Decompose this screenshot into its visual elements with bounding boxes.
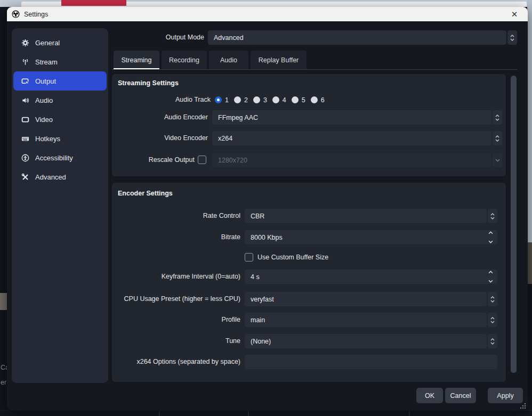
keyboard-icon xyxy=(21,135,29,143)
tune-label: Tune xyxy=(112,334,240,348)
bitrate-value[interactable]: 8000 Kbps xyxy=(251,234,283,241)
sidebar-item-advanced[interactable]: Advanced xyxy=(13,167,107,186)
radio-icon[interactable] xyxy=(311,96,318,103)
rate-control-value[interactable]: CBR xyxy=(245,209,487,223)
sidebar-item-hotkeys[interactable]: Hotkeys xyxy=(13,129,107,148)
tab-replay-buffer[interactable]: Replay Buffer xyxy=(251,51,307,69)
background-image-fragment xyxy=(0,293,7,310)
encoder-settings-panel: Encoder Settings Rate Control CBR Bitrat… xyxy=(112,183,506,382)
sidebar-item-audio[interactable]: Audio xyxy=(13,91,107,110)
chevron-up-icon[interactable] xyxy=(488,231,493,234)
radio-label: 4 xyxy=(283,96,286,104)
keyframe-interval-spinbox[interactable]: 4 s xyxy=(245,270,497,284)
cpu-usage-preset-spinner[interactable] xyxy=(488,292,497,306)
chevron-up-icon xyxy=(495,135,499,138)
audio-track-option-2[interactable]: 2 xyxy=(234,96,248,104)
cpu-usage-preset-value[interactable]: veryfast xyxy=(245,292,487,306)
use-custom-buffer-row[interactable]: Use Custom Buffer Size xyxy=(245,252,328,263)
tab-audio[interactable]: Audio xyxy=(209,51,248,69)
sidebar: General Stream Output Audio xyxy=(12,28,108,383)
sidebar-item-output[interactable]: Output xyxy=(13,71,107,91)
x264-options-input[interactable] xyxy=(245,355,497,369)
chevron-up-icon[interactable] xyxy=(488,271,493,274)
audio-track-option-1[interactable]: 1 xyxy=(215,96,229,104)
close-icon[interactable]: ✕ xyxy=(506,7,522,21)
tab-recording[interactable]: Recording xyxy=(162,51,207,69)
accessibility-icon xyxy=(21,154,29,162)
chevron-down-icon xyxy=(490,300,495,303)
tune-spinner[interactable] xyxy=(488,334,497,348)
audio-track-option-6[interactable]: 6 xyxy=(311,96,325,104)
audio-track-option-5[interactable]: 5 xyxy=(292,96,305,104)
profile-select[interactable]: main xyxy=(245,313,497,327)
rate-control-spinner[interactable] xyxy=(488,209,497,223)
sidebar-item-label: Accessibility xyxy=(35,154,73,162)
tune-value[interactable]: (None) xyxy=(245,334,487,348)
cpu-usage-preset-select[interactable]: veryfast xyxy=(245,292,497,306)
output-mode-select[interactable]: Advanced xyxy=(208,30,517,45)
radio-icon[interactable] xyxy=(272,96,279,103)
sidebar-item-stream[interactable]: Stream xyxy=(13,52,107,71)
audio-encoder-value[interactable]: FFmpeg AAC xyxy=(212,110,491,125)
cancel-button[interactable]: Cancel xyxy=(445,388,476,403)
apply-button[interactable]: Apply xyxy=(488,388,523,403)
video-encoder-value[interactable]: x264 xyxy=(212,131,491,145)
chevron-down-icon[interactable] xyxy=(488,280,493,283)
chevron-up-icon xyxy=(490,213,495,216)
radio-selected-icon[interactable] xyxy=(215,96,222,103)
vertical-scrollbar-thumb[interactable] xyxy=(511,76,517,373)
monitor-icon xyxy=(21,116,29,124)
gear-icon xyxy=(21,39,29,47)
chevron-up-icon xyxy=(490,338,495,341)
chevron-down-icon xyxy=(510,38,514,41)
radio-icon[interactable] xyxy=(253,96,260,103)
chevron-down-icon[interactable] xyxy=(488,240,493,243)
window-resize-grip[interactable] xyxy=(520,403,526,409)
output-mode-value[interactable]: Advanced xyxy=(208,30,506,45)
audio-track-option-4[interactable]: 4 xyxy=(272,96,286,104)
titlebar[interactable]: Settings ✕ xyxy=(7,7,528,21)
sidebar-item-label: Advanced xyxy=(35,173,66,181)
keyframe-interval-value[interactable]: 4 s xyxy=(251,273,260,281)
desktop-sky xyxy=(527,0,532,242)
audio-track-option-3[interactable]: 3 xyxy=(253,96,267,104)
rate-control-select[interactable]: CBR xyxy=(245,209,497,223)
chevron-down-icon xyxy=(490,321,495,323)
chevron-down-icon xyxy=(495,159,500,162)
tab-label: Recording xyxy=(169,56,199,64)
settings-window: Settings ✕ General Strea xyxy=(7,7,528,410)
rescale-resolution-spinner xyxy=(493,153,502,167)
speaker-icon xyxy=(21,96,29,104)
profile-value[interactable]: main xyxy=(245,313,487,327)
sidebar-item-label: Audio xyxy=(35,96,53,104)
sidebar-item-label: Output xyxy=(35,77,56,85)
video-encoder-select[interactable]: x264 xyxy=(212,131,502,145)
obs-logo-icon xyxy=(12,10,20,18)
rescale-output-checkbox[interactable] xyxy=(198,156,206,164)
output-mode-spinner[interactable] xyxy=(507,30,517,45)
sidebar-item-label: Hotkeys xyxy=(35,135,60,143)
radio-icon[interactable] xyxy=(234,96,241,103)
sidebar-item-general[interactable]: General xyxy=(13,33,107,52)
radio-label: 5 xyxy=(302,96,305,104)
ok-button[interactable]: OK xyxy=(416,388,443,403)
tab-label: Audio xyxy=(220,56,237,64)
use-custom-buffer-checkbox[interactable] xyxy=(245,253,253,262)
audio-encoder-select[interactable]: FFmpeg AAC xyxy=(212,110,502,125)
radio-label: 2 xyxy=(244,96,248,104)
chevron-up-icon xyxy=(490,296,495,299)
audio-encoder-spinner[interactable] xyxy=(493,110,502,125)
profile-spinner[interactable] xyxy=(488,313,497,327)
output-mode-label: Output Mode xyxy=(114,30,204,45)
bitrate-spinbox[interactable]: 8000 Kbps xyxy=(245,230,497,244)
x264-options-label: x264 Options (separated by space) xyxy=(112,355,240,369)
keyframe-interval-label: Keyframe Interval (0=auto) xyxy=(112,270,240,284)
sidebar-item-video[interactable]: Video xyxy=(13,110,107,129)
encoder-settings-heading: Encoder Settings xyxy=(118,190,173,197)
sidebar-item-accessibility[interactable]: Accessibility xyxy=(13,148,107,167)
tune-select[interactable]: (None) xyxy=(245,334,497,348)
video-encoder-spinner[interactable] xyxy=(493,131,502,145)
audio-track-radio-group: 1 2 3 4 5 6 xyxy=(215,93,325,107)
radio-icon[interactable] xyxy=(292,96,299,103)
tab-streaming[interactable]: Streaming xyxy=(114,51,159,69)
